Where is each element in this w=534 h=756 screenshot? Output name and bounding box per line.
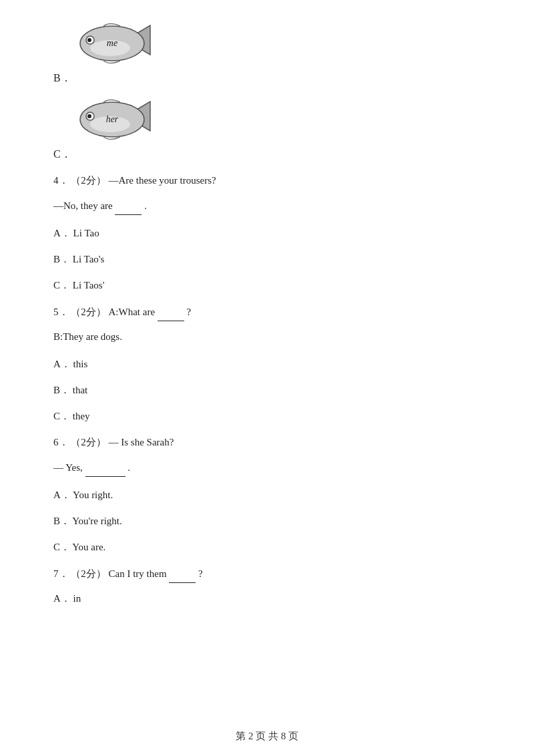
question-5: 5． （2分） A:What are ? B:They are dogs. A．… [53,303,481,425]
fish-b-image: me [73,20,481,67]
q5-text: 5． （2分） A:What are ? [53,303,481,321]
q6-option-b: B． You're right. [53,512,481,530]
q4-text: 4． （2分） —Are these your trousers? [53,172,481,190]
q5-blank [158,303,184,321]
q4-option-a: A． Li Tao [53,224,481,242]
q6-answer: — Yes, . [53,458,481,477]
fish-c-section: her C． [53,96,481,163]
q4-option-c: C． Li Taos' [53,276,481,295]
q5-option-a: A． this [53,355,481,373]
question-4: 4． （2分） —Are these your trousers? —No, t… [53,172,481,295]
svg-point-10 [87,114,91,118]
q6-option-a: A． You right. [53,486,481,504]
fish-b-label: B． [53,69,481,87]
q4-option-b: B． Li Tao's [53,250,481,268]
q5-option-c: C． they [53,407,481,425]
q6-option-c: C． You are. [53,538,481,556]
page-footer: 第 2 页 共 8 页 [0,730,534,743]
q7-blank [169,564,196,583]
fish-c-label: C． [53,146,481,163]
fish-b-svg: me [73,20,154,67]
fish-b-section: me B． [53,20,481,87]
q5-option-b: B． that [53,381,481,399]
q6-blank [85,458,125,477]
question-7: 7． （2分） Can I try them ? A． in [53,564,481,608]
q7-option-a: A． in [53,590,481,608]
q4-blank [115,196,142,215]
svg-text:her: her [106,114,119,124]
q6-text: 6． （2分） — Is she Sarah? [53,433,481,451]
fish-c-svg: her [73,96,154,143]
fish-c-image: her [73,96,481,143]
q5-answer: B:They are dogs. [53,328,481,346]
q7-text: 7． （2分） Can I try them ? [53,564,481,583]
svg-text:me: me [107,38,117,48]
svg-point-4 [87,38,91,42]
question-6: 6． （2分） — Is she Sarah? — Yes, . A． You … [53,433,481,556]
q4-answer: —No, they are . [53,196,481,215]
